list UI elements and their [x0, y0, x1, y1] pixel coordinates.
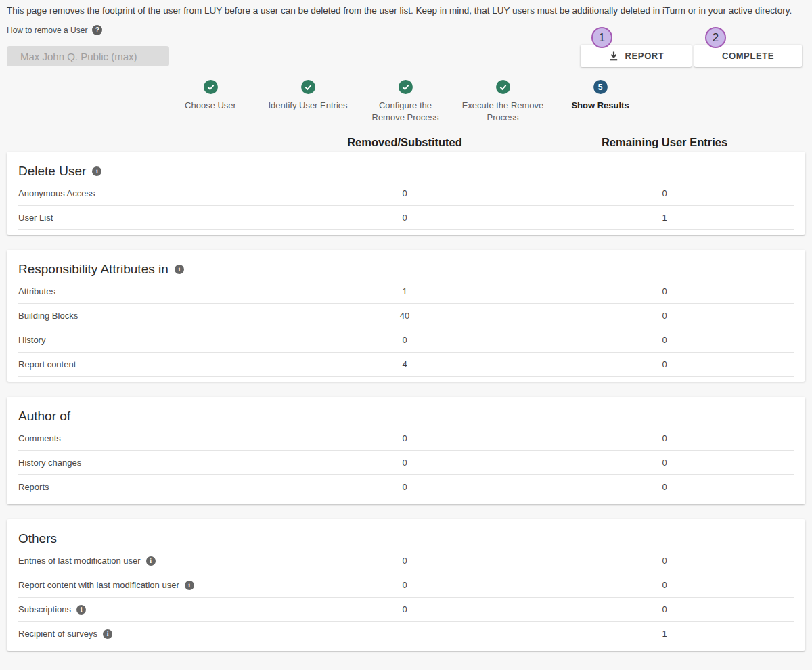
removed-value: 0	[274, 580, 535, 590]
card-title: Delete User	[18, 162, 86, 180]
remaining-value: 0	[535, 286, 794, 296]
row-label: Subscriptions	[18, 604, 71, 615]
step-state-icon[interactable]	[399, 80, 413, 94]
info-icon[interactable]: i	[146, 556, 156, 566]
removed-value: 0	[274, 482, 535, 492]
complete-button[interactable]: COMPLETE	[694, 45, 802, 67]
page-header: This page removes the footprint of the u…	[0, 0, 812, 130]
card-title-row: Responsibility Attributes in i	[18, 261, 794, 278]
row-label: Entries of last modification user	[18, 556, 141, 566]
check-icon	[401, 83, 410, 91]
card-title-row: Delete User i	[18, 162, 794, 180]
step-connector	[317, 87, 396, 87]
row-label: History changes	[18, 457, 81, 468]
card-rows: Attributes 1 0 Building Blocks 40 0 Hist…	[18, 280, 794, 377]
card-rows: Entries of last modification user i 0 0 …	[18, 549, 794, 646]
remaining-value: 0	[535, 311, 794, 321]
card-rows: Comments 0 0 History changes 0 0 Reports…	[18, 426, 794, 499]
help-link[interactable]: How to remove a User ?	[7, 25, 102, 35]
table-row: History changes 0 0	[18, 451, 794, 475]
card-title: Responsibility Attributes in	[18, 261, 168, 278]
removed-value: 0	[274, 457, 535, 468]
table-row: Attributes 1 0	[18, 280, 794, 304]
results-card: Delete User i Anonymous Access 0 0 User …	[7, 152, 805, 235]
step-state-icon[interactable]: 5	[593, 80, 608, 94]
removed-value: 0	[274, 335, 535, 345]
download-icon	[608, 51, 619, 62]
remaining-value: 0	[535, 482, 794, 492]
row-label: Anonymous Access	[18, 188, 95, 198]
info-icon[interactable]: i	[103, 629, 112, 639]
remaining-value: 0	[535, 335, 794, 345]
removed-value: 1	[274, 286, 535, 296]
remaining-value: 1	[535, 213, 794, 223]
table-row: Subscriptions i 0 0	[18, 598, 794, 622]
table-row: Anonymous Access 0 0	[18, 181, 794, 206]
table-row: Reports 0 0	[18, 475, 794, 499]
intro-text: This page removes the footprint of the u…	[7, 4, 807, 17]
help-icon[interactable]: ?	[92, 25, 102, 35]
step-label: Configure the Remove Process	[372, 99, 439, 124]
step-connector	[220, 87, 298, 87]
column-header-removed: Removed/Substituted	[274, 136, 535, 149]
remaining-value: 0	[535, 580, 794, 590]
card-title-row: Author of	[18, 407, 794, 425]
report-button-label: REPORT	[625, 51, 664, 61]
removed-value: 0	[274, 604, 535, 615]
removed-value: 0	[274, 556, 535, 566]
step-connector	[512, 87, 591, 87]
step-number: 5	[598, 83, 603, 92]
table-row: Recipient of surveys i 1	[18, 622, 794, 646]
remaining-value: 0	[535, 433, 794, 443]
results-card: Author of Comments 0 0 History changes 0…	[7, 397, 805, 504]
removed-value: 40	[274, 311, 535, 321]
removed-value: 0	[274, 433, 535, 443]
info-icon[interactable]: i	[185, 581, 194, 590]
row-label: Recipient of surveys	[18, 629, 97, 639]
step-label: Execute the Remove Process	[462, 99, 544, 124]
row-label: History	[18, 335, 45, 345]
row-label: Report content	[18, 359, 76, 370]
removed-value: 4	[274, 359, 535, 370]
stepper: Choose User Identify User Entries Config…	[162, 80, 649, 124]
results-card: Others Entries of last modification user…	[7, 519, 805, 651]
table-row: Report content 4 0	[18, 353, 794, 377]
row-label: User List	[18, 213, 53, 223]
annotation-badge-1: 1	[591, 27, 612, 48]
step-state-icon[interactable]	[496, 80, 510, 94]
info-icon[interactable]: i	[92, 166, 102, 176]
remaining-value: 0	[535, 457, 794, 468]
row-label: Reports	[18, 482, 49, 492]
check-icon	[304, 83, 313, 91]
row-label: Report content with last modification us…	[18, 580, 179, 590]
card-rows: Anonymous Access 0 0 User List 0 1	[18, 181, 794, 230]
table-row: Entries of last modification user i 0 0	[18, 549, 794, 573]
remaining-value: 0	[535, 604, 794, 615]
step-state-icon[interactable]	[301, 80, 315, 94]
check-icon	[499, 83, 508, 91]
table-row: Comments 0 0	[18, 426, 794, 451]
step-label: Choose User	[185, 99, 236, 112]
info-icon[interactable]: i	[175, 265, 184, 274]
row-label: Attributes	[18, 286, 55, 296]
row-label: Building Blocks	[18, 311, 78, 321]
card-title: Author of	[18, 407, 70, 425]
table-row: Building Blocks 40 0	[18, 304, 794, 328]
table-row: History 0 0	[18, 328, 794, 353]
info-icon[interactable]: i	[76, 605, 86, 615]
check-icon	[206, 83, 215, 91]
step-label: Show Results	[571, 99, 629, 112]
annotation-badge-2: 2	[705, 27, 726, 48]
step-state-icon[interactable]	[204, 80, 218, 94]
results-sections: Delete User i Anonymous Access 0 0 User …	[0, 152, 812, 651]
help-link-label: How to remove a User	[7, 26, 87, 35]
selected-user-field[interactable]	[7, 46, 169, 66]
card-title-row: Others	[18, 530, 794, 548]
step-connector	[415, 87, 493, 87]
card-title: Others	[18, 530, 57, 548]
report-button[interactable]: REPORT	[581, 45, 692, 67]
step-label: Identify User Entries	[268, 99, 347, 112]
column-header-remaining: Remaining User Entries	[535, 136, 794, 149]
row-label: Comments	[18, 433, 61, 443]
remaining-value: 0	[535, 359, 794, 370]
